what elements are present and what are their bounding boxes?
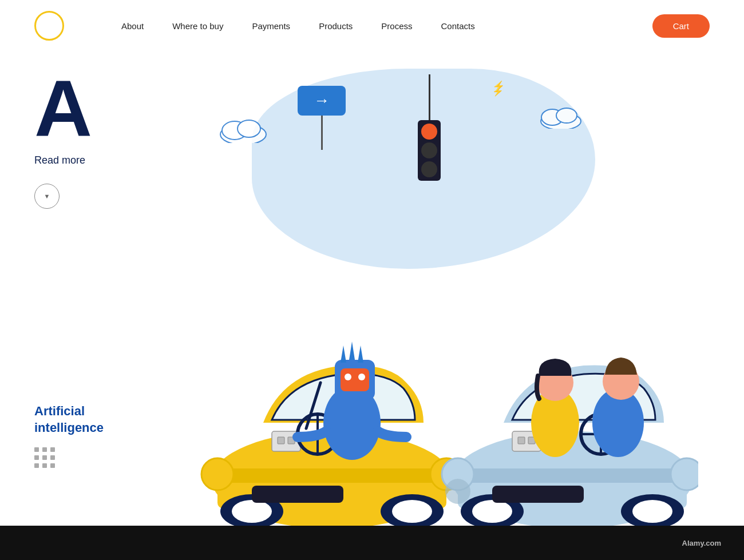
svg-rect-13 xyxy=(252,486,343,503)
cart-button[interactable]: Cart xyxy=(652,14,710,38)
traffic-light-green xyxy=(421,161,437,177)
ai-title: Artificial intelligence xyxy=(34,403,114,436)
svg-point-35 xyxy=(472,500,512,523)
scroll-down-button[interactable] xyxy=(34,184,60,209)
svg-rect-23 xyxy=(341,368,369,391)
svg-point-37 xyxy=(632,500,672,523)
read-more-label: Read more xyxy=(34,154,114,166)
nav-item-about[interactable]: About xyxy=(121,21,144,31)
svg-marker-27 xyxy=(349,341,355,360)
cloud-left xyxy=(217,114,269,145)
nav-item-contacts[interactable]: Contacts xyxy=(441,21,475,31)
svg-point-25 xyxy=(358,374,365,380)
watermark-text: Alamy.com xyxy=(682,539,721,547)
svg-point-52 xyxy=(445,479,470,504)
main-nav: About Where to buy Payments Products Pro… xyxy=(121,21,652,31)
svg-point-51 xyxy=(671,458,698,490)
cars-illustration xyxy=(183,182,698,526)
cloud-right xyxy=(538,103,584,131)
nav-item-where-to-buy[interactable]: Where to buy xyxy=(172,21,223,31)
traffic-directional-sign: → xyxy=(298,86,346,150)
svg-point-5 xyxy=(556,108,577,123)
nav-item-process[interactable]: Process xyxy=(381,21,412,31)
svg-rect-33 xyxy=(452,468,692,483)
traffic-light xyxy=(418,74,441,181)
svg-rect-16 xyxy=(278,437,284,444)
svg-marker-26 xyxy=(341,345,346,363)
svg-point-12 xyxy=(392,500,432,523)
svg-marker-28 xyxy=(358,345,363,363)
svg-point-10 xyxy=(232,500,272,523)
dots-decoration xyxy=(34,447,114,468)
illustration-area: → ⚡ ⚡ 14 xyxy=(149,51,744,526)
nav-item-products[interactable]: Products xyxy=(319,21,353,31)
left-sidebar: A Read more Artificial intelligence xyxy=(0,51,149,526)
svg-point-29 xyxy=(201,458,234,490)
bottom-bar: Alamy.com xyxy=(0,526,744,560)
logo xyxy=(34,11,64,41)
traffic-light-red xyxy=(421,124,437,140)
traffic-light-yellow xyxy=(421,142,437,158)
big-letter: A xyxy=(34,69,114,149)
main-content: A Read more Artificial intelligence xyxy=(0,51,744,526)
svg-rect-38 xyxy=(492,486,584,503)
svg-rect-41 xyxy=(518,437,525,444)
nav-item-payments[interactable]: Payments xyxy=(252,21,290,31)
svg-point-24 xyxy=(345,374,351,380)
svg-rect-8 xyxy=(212,468,452,483)
svg-point-2 xyxy=(238,120,260,137)
